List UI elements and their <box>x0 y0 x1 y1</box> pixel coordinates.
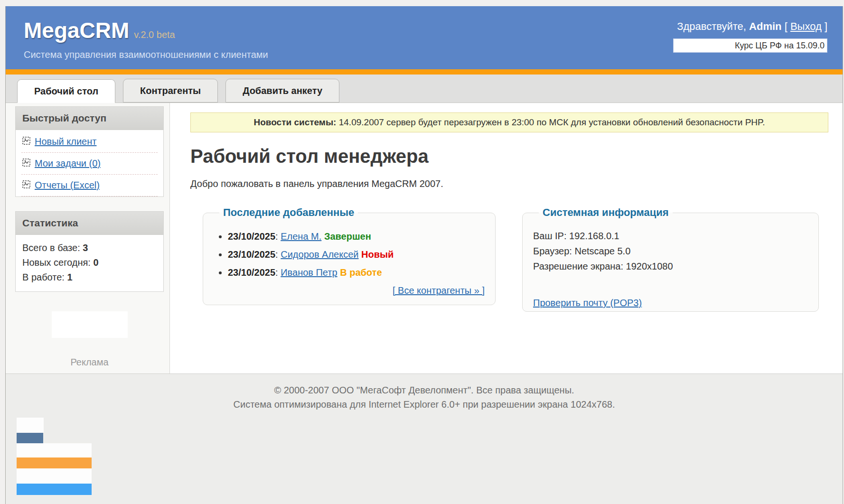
broken-image-icon <box>22 137 30 147</box>
statistics-body: Всего в базе: 3 Новых сегодня: 0 В работ… <box>16 235 163 291</box>
record-date: 23/10/2025 <box>228 267 275 278</box>
tab-add-form[interactable]: Добавить анкету <box>225 79 339 103</box>
app-header: MegaCRM v.2.0 beta Система управления вз… <box>6 6 843 69</box>
greeting-text: Здравствуйте, <box>677 20 746 32</box>
record-date: 23/10/2025 <box>228 249 275 260</box>
statistics-title: Статистика <box>16 212 163 235</box>
app-version: v.2.0 beta <box>134 29 175 40</box>
system-info-rows: Ваш IP: 192.168.0.1 Браузер: Netscape 5.… <box>533 228 808 274</box>
list-item: Новый клиент <box>21 131 158 153</box>
system-news-text: 14.09.2007 сервер будет перезагружен в 2… <box>339 117 765 127</box>
broken-banner-placeholder <box>17 443 92 457</box>
broken-image-icon <box>22 159 30 168</box>
status-badge: Новый <box>361 249 394 260</box>
broken-banner-placeholder <box>17 418 44 433</box>
client-link[interactable]: Сидоров Алексей <box>281 249 358 260</box>
statistics-box: Статистика Всего в базе: 3 Новых сегодня… <box>15 211 164 292</box>
table-row: 23/10/2025: Сидоров Алексей Новый <box>228 249 485 260</box>
stat-new-today: Новых сегодня: 0 <box>22 255 157 270</box>
currency-ticker: Курс ЦБ РФ на 15.09.0 <box>673 38 827 53</box>
all-contractors-wrap: [ Все контрагенты » ] <box>214 285 485 296</box>
status-badge: Завершен <box>324 231 371 242</box>
system-news-label: Новости системы: <box>253 117 336 127</box>
list-item: Мои задачи (0) <box>21 153 158 175</box>
quick-link-reports-excel[interactable]: Отчеты (Excel) <box>35 180 100 191</box>
broken-banner-placeholder <box>17 433 43 443</box>
welcome-text: Добро пожаловать в панель управления Meg… <box>190 178 828 189</box>
tab-desktop[interactable]: Рабочий стол <box>17 79 115 103</box>
sidebar: Быстрый доступ Новый клиент Мои задачи (… <box>6 103 170 373</box>
sysinfo-ip: Ваш IP: 192.168.0.1 <box>533 228 808 243</box>
logout-bracket-close: ] <box>825 20 827 32</box>
footer: © 2000-2007 ООО "МегаСофт Девелопмент". … <box>6 373 843 504</box>
optimized-line: Система оптимизирована для Internet Expl… <box>6 397 843 411</box>
main-content: Новости системы: 14.09.2007 сервер будет… <box>170 103 843 373</box>
quick-link-new-client[interactable]: Новый клиент <box>35 136 96 147</box>
broken-banner-placeholder <box>17 468 92 484</box>
tab-contractors[interactable]: Контрагенты <box>123 79 218 103</box>
page-title: Рабочий стол менеджера <box>190 146 828 167</box>
ad-label: Реклама <box>15 357 164 368</box>
copyright-line: © 2000-2007 ООО "МегаСофт Девелопмент". … <box>6 383 843 397</box>
system-news-banner: Новости системы: 14.09.2007 сервер будет… <box>190 112 828 132</box>
accent-bar <box>6 69 843 75</box>
check-mail-link[interactable]: Проверить почту (POP3) <box>533 298 642 308</box>
status-badge: В работе <box>340 267 382 278</box>
recent-added-panel: Последние добавленные 23/10/2025: Елена … <box>203 206 496 305</box>
client-link[interactable]: Иванов Петр <box>281 267 337 278</box>
stat-in-progress: В работе: 1 <box>22 270 157 285</box>
table-row: 23/10/2025: Елена М. Завершен <box>228 231 485 242</box>
broken-banner-placeholder <box>17 457 92 468</box>
content-row: Быстрый доступ Новый клиент Мои задачи (… <box>6 103 843 373</box>
stat-total: Всего в базе: 3 <box>22 241 157 255</box>
all-contractors-link[interactable]: [ Все контрагенты » ] <box>393 285 485 296</box>
stat-new-today-value: 0 <box>93 257 98 268</box>
panels-row: Последние добавленные 23/10/2025: Елена … <box>203 206 828 312</box>
broken-banner-placeholder <box>17 484 92 495</box>
header-right: Здравствуйте, Admin [ Выход ] Курс ЦБ РФ… <box>673 20 827 53</box>
record-date: 23/10/2025 <box>228 231 275 242</box>
client-link[interactable]: Елена М. <box>281 231 321 242</box>
sysinfo-browser: Браузер: Netscape 5.0 <box>533 243 808 259</box>
system-info-legend: Системная информация <box>539 206 673 219</box>
stat-total-value: 3 <box>83 243 88 253</box>
recent-added-legend: Последние добавленные <box>219 206 358 219</box>
user-greeting: Здравствуйте, Admin [ Выход ] <box>673 20 827 33</box>
broken-banner-group <box>17 418 843 495</box>
logout-link[interactable]: Выход <box>790 20 822 32</box>
stat-in-progress-value: 1 <box>67 272 72 282</box>
quick-link-my-tasks[interactable]: Мои задачи (0) <box>35 158 101 169</box>
sysinfo-resolution: Разрешение экрана: 1920x1080 <box>533 259 808 274</box>
app-logo: MegaCRM <box>24 18 129 43</box>
system-info-panel: Системная информация Ваш IP: 192.168.0.1… <box>522 206 819 312</box>
ad-image-placeholder <box>52 311 128 338</box>
table-row: 23/10/2025: Иванов Петр В работе <box>228 267 485 278</box>
quick-access-box: Быстрый доступ Новый клиент Мои задачи (… <box>15 106 164 197</box>
logout-bracket-open: [ <box>785 20 788 32</box>
username: Admin <box>749 20 781 32</box>
quick-access-list: Новый клиент Мои задачи (0) Отчеты (Exce… <box>16 130 163 196</box>
quick-access-title: Быстрый доступ <box>16 107 163 130</box>
recent-added-list: 23/10/2025: Елена М. Завершен 23/10/2025… <box>219 231 485 278</box>
broken-image-icon <box>22 180 30 190</box>
check-mail-wrap: Проверить почту (POP3) <box>533 298 808 308</box>
tab-bar: Рабочий стол Контрагенты Добавить анкету <box>6 75 843 103</box>
page-container: MegaCRM v.2.0 beta Система управления вз… <box>5 6 843 504</box>
list-item: Отчеты (Excel) <box>21 175 158 196</box>
